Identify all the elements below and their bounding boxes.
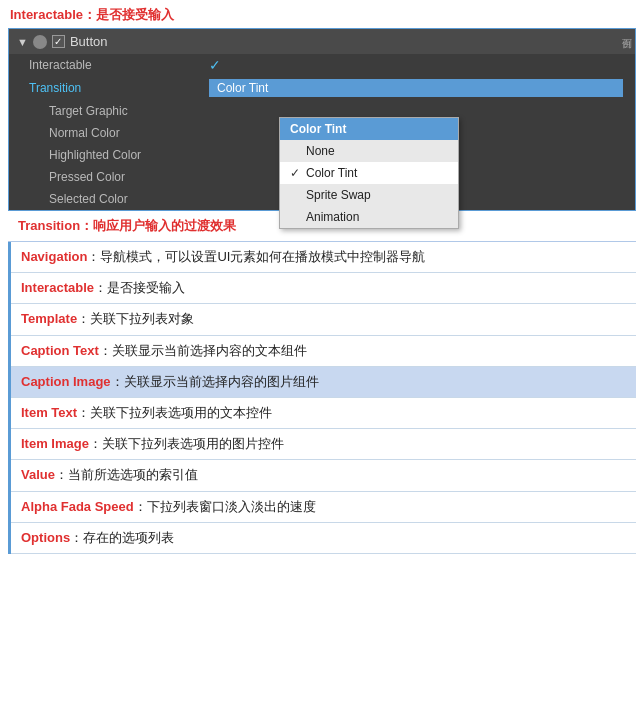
info-row-interactable: Interactable：是否接受输入 <box>11 273 636 304</box>
dropdown-none-label: None <box>306 144 335 158</box>
pressed-color-label: Pressed Color <box>49 170 229 184</box>
enable-checkbox[interactable]: ✓ <box>52 35 65 48</box>
captxt-key: Caption Text <box>21 343 99 358</box>
nav-key: Navigation <box>21 249 87 264</box>
dropdown-item-spriteswap[interactable]: Sprite Swap <box>280 184 458 206</box>
nav-sep: ： <box>87 249 100 264</box>
dropdown-item-colortint[interactable]: ✓ Color Tint <box>280 162 458 184</box>
captxt-val: 关联显示当前选择内容的文本组件 <box>112 343 307 358</box>
expand-arrow-icon[interactable]: ▼ <box>17 36 28 48</box>
panel-header: ▼ ✓ Button <box>9 29 635 54</box>
itmimg-sep: ： <box>89 436 102 451</box>
transition-row: Transition Color Tint <box>9 76 635 100</box>
info-row-value: Value：当前所选选项的索引值 <box>11 460 636 491</box>
opts-val: 存在的选项列表 <box>83 530 174 545</box>
tmpl-val: 关联下拉列表对象 <box>90 311 194 326</box>
info-row-navigation: Navigation：导航模式，可以设置UI元素如何在播放模式中控制器导航 <box>11 242 636 273</box>
dropdown-item-none[interactable]: None <box>280 140 458 162</box>
itmtxt-key: Item Text <box>21 405 77 420</box>
alpha-val: 下拉列表窗口淡入淡出的速度 <box>147 499 316 514</box>
interactable-checkmark[interactable]: ✓ <box>209 57 221 73</box>
watermark: 百例 <box>617 29 635 33</box>
alpha-key: Alpha Fada Speed <box>21 499 134 514</box>
unity-panel: ▼ ✓ Button Interactable ✓ Transition Col… <box>8 28 636 211</box>
inter-sep: ： <box>94 280 107 295</box>
itmimg-val: 关联下拉列表选项用的图片控件 <box>102 436 284 451</box>
info-row-caption-text: Caption Text：关联显示当前选择内容的文本组件 <box>11 336 636 367</box>
itmtxt-val: 关联下拉列表选项用的文本控件 <box>90 405 272 420</box>
val-sep: ： <box>55 467 68 482</box>
captxt-sep: ： <box>99 343 112 358</box>
info-row-item-image: Item Image：关联下拉列表选项用的图片控件 <box>11 429 636 460</box>
panel-title: Button <box>70 34 108 49</box>
dropdown-item-animation[interactable]: Animation <box>280 206 458 228</box>
highlighted-color-label: Highlighted Color <box>49 148 229 162</box>
component-icon <box>33 35 47 49</box>
dropdown-animation-label: Animation <box>306 210 359 224</box>
tmpl-key: Template <box>21 311 77 326</box>
interactable-row: Interactable ✓ <box>9 54 635 76</box>
dropdown-spriteswap-label: Sprite Swap <box>306 188 371 202</box>
info-row-caption-image: Caption Image：关联显示当前选择内容的图片组件 <box>11 367 636 398</box>
alpha-sep: ： <box>134 499 147 514</box>
dropdown-header: Color Tint <box>280 118 458 140</box>
nav-val: 导航模式，可以设置UI元素如何在播放模式中控制器导航 <box>100 249 425 264</box>
info-section: Navigation：导航模式，可以设置UI元素如何在播放模式中控制器导航 In… <box>8 242 636 554</box>
target-graphic-label: Target Graphic <box>49 104 229 118</box>
opts-sep: ： <box>70 530 83 545</box>
transition-dropdown[interactable]: Color Tint <box>209 79 623 97</box>
val-val: 当前所选选项的索引值 <box>68 467 198 482</box>
info-row-options: Options：存在的选项列表 <box>11 523 636 554</box>
inter-val: 是否接受输入 <box>107 280 185 295</box>
itmimg-key: Item Image <box>21 436 89 451</box>
info-row-alpha: Alpha Fada Speed：下拉列表窗口淡入淡出的速度 <box>11 492 636 523</box>
normal-color-label: Normal Color <box>49 126 229 140</box>
info-row-item-text: Item Text：关联下拉列表选项用的文本控件 <box>11 398 636 429</box>
itmtxt-sep: ： <box>77 405 90 420</box>
selected-color-label: Selected Color <box>49 192 229 206</box>
interactable-field-label: Interactable <box>29 58 209 72</box>
val-key: Value <box>21 467 55 482</box>
transition-dropdown-menu: Color Tint None ✓ Color Tint Sprite Swap… <box>279 117 459 229</box>
transition-field-label: Transition <box>29 81 209 95</box>
top-interactable-label: Interactable：是否接受输入 <box>0 0 644 28</box>
info-row-template: Template：关联下拉列表对象 <box>11 304 636 335</box>
dropdown-colortint-label: Color Tint <box>306 166 357 180</box>
capimg-val: 关联显示当前选择内容的图片组件 <box>124 374 319 389</box>
dropdown-colortint-check: ✓ <box>290 166 306 180</box>
tmpl-sep: ： <box>77 311 90 326</box>
inter-key: Interactable <box>21 280 94 295</box>
opts-key: Options <box>21 530 70 545</box>
capimg-sep: ： <box>111 374 124 389</box>
capimg-key: Caption Image <box>21 374 111 389</box>
